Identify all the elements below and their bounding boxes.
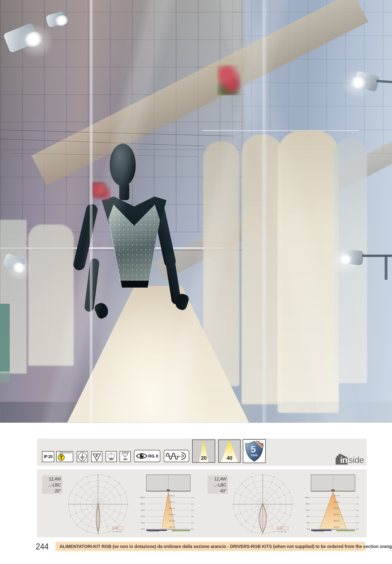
photobiological-risk-rg0-icon: RG 0 [134,450,160,462]
f-mark-letter: F [95,454,98,458]
svg-text:45 lx: 45 lx [307,528,310,530]
svg-text:4 m: 4 m [191,516,194,517]
wattage-label: 12,4W [43,476,61,482]
f-mark-flammable-surface-icon: F [91,451,102,462]
svg-text:Ø 2,1 m: Ø 2,1 m [169,526,175,528]
thermal-letter: T [60,455,63,460]
svg-text:90°-270°: 90°-270° [281,531,287,533]
product-code-label: ...-LBC [43,482,61,488]
inside-brand-logo: in side [335,452,392,465]
beam-angle-20-badge: 20 [192,439,215,463]
svg-text:95 lx: 95 lx [307,516,310,517]
svg-text:4800 lx: 4800 lx [140,497,145,499]
svg-text:60 lx: 60 lx [307,522,310,524]
svg-text:1200 lx: 1200 lx [140,503,145,505]
shop-window-photo [0,0,392,423]
rotation-350-icon: 350° [106,451,117,462]
svg-text:390 lx: 390 lx [306,503,310,505]
svg-text:300 lx: 300 lx [141,516,145,517]
svg-text:1550 lx: 1550 lx [305,497,310,499]
photometry-label-20: 12,4W ...-LBC 20° [42,475,62,494]
beam-angle-40-badge: 40 [218,439,241,463]
svg-text:Ø 0,7 m: Ø 0,7 m [334,495,340,497]
thermal-protection-icon: T [56,451,73,462]
svg-text:Ø 1,4 m: Ø 1,4 m [169,514,175,516]
wattage-label: 12,4W [209,476,226,482]
photo-glass-streaks [0,0,392,423]
svg-text:5 m: 5 m [191,522,194,524]
svg-text:Ø 2,9 m: Ø 2,9 m [334,514,340,516]
product-code-label: ...-LBC [209,482,226,488]
svg-text:1 m: 1 m [191,497,194,499]
svg-text:Ø 0,4 m: Ø 0,4 m [169,495,175,497]
warranty-5-years-shield: 5 ANNI [243,439,266,463]
beam-cone-diagram-40: 1550 lx1 m390 lx2 m170 lx3 m95 lx4 m60 l… [297,474,360,532]
rg0-label: RG 0 [148,454,158,459]
svg-text:Ø 0,7 m: Ø 0,7 m [169,501,175,503]
footer-note-bar: ALIMENTATORI-KIT RGB (se non in dotazion… [55,542,365,551]
logo-text-side: side [349,455,364,465]
svg-text:Ø 1,1 m: Ø 1,1 m [169,508,175,509]
svg-text:5 m: 5 m [356,522,359,524]
svg-text:0°-180°: 0°-180° [278,527,283,529]
photometry-label-40: 12,4W ...-LBC 40° [207,475,228,494]
svg-text:Ø 1,8 m: Ø 1,8 m [169,520,175,522]
tilt-180-icon: 180° [120,451,131,462]
page-number: 244 [36,541,49,551]
svg-text:Ø 3,6 m: Ø 3,6 m [334,520,340,522]
svg-text:Ø 2,2 m: Ø 2,2 m [334,508,340,509]
flicker-free-icon [164,450,189,462]
footer-note-text: ALIMENTATORI-KIT RGB (se non in dotazion… [55,542,392,551]
beam-cone-diagram-20: 4800 lx1 m1200 lx2 m530 lx3 m300 lx4 m19… [133,474,195,532]
technical-icon-strip: IP 20 T F [37,438,367,466]
svg-text:130 lx: 130 lx [141,528,145,530]
svg-text:170 lx: 170 lx [306,509,310,511]
svg-text:190 lx: 190 lx [141,522,145,524]
catalog-page: IP 20 T F [0,0,392,564]
polar-diagram-40: 0°-180°90°-270° [231,472,294,536]
svg-text:90°-270°: 90°-270° [116,531,122,533]
svg-text:0°-180°: 0°-180° [113,527,118,529]
beam-angle-40-label: 40 [219,455,240,461]
svg-text:Ø 4,4 m: Ø 4,4 m [334,526,340,528]
tilt-angle-label: 180° [123,458,128,461]
svg-text:4 m: 4 m [356,516,359,517]
beam-angle-20-label: 20 [193,455,215,461]
logo-text-in: in [340,455,347,465]
warranty-years-text: ANNI [251,454,258,457]
svg-text:2 m: 2 m [191,503,194,505]
svg-text:Ø 1,5 m: Ø 1,5 m [334,501,340,503]
beam-label: 40° [209,488,226,494]
svg-text:3 m: 3 m [356,509,359,511]
ip-rating-badge: IP 20 [42,451,54,462]
svg-text:530 lx: 530 lx [141,509,145,511]
earth-ground-class-icon [77,451,88,462]
svg-text:3 m: 3 m [191,509,194,511]
rotation-angle-label: 350° [109,458,114,461]
warranty-years-number: 5 [251,444,256,454]
svg-text:2 m: 2 m [356,503,359,505]
svg-text:1 m: 1 m [356,497,359,499]
photometry-panel: 12,4W ...-LBC 20° 0°-180°90°-270° 4800 l… [37,469,367,537]
polar-diagram-20: 0°-180°90°-270° [67,472,130,536]
ip-rating-label: IP 20 [44,454,52,459]
svg-text:6 m: 6 m [356,528,359,530]
beam-label: 20° [43,488,61,494]
svg-text:6 m: 6 m [191,528,194,530]
